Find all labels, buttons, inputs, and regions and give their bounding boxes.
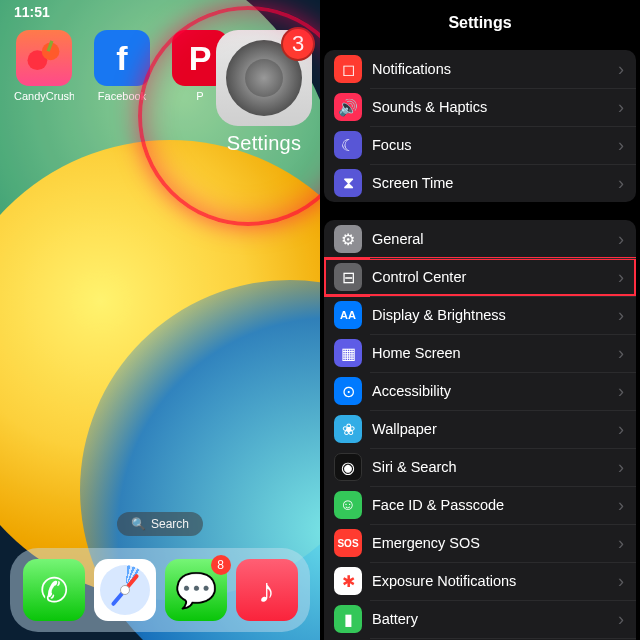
row-label: Accessibility — [372, 383, 618, 399]
chevron-right-icon: › — [618, 419, 624, 440]
settings-row-siri[interactable]: ◉Siri & Search› — [324, 448, 636, 486]
settings-icon: 3 — [216, 30, 312, 126]
row-label: Wallpaper — [372, 421, 618, 437]
messages-app[interactable]: 💬 8 — [165, 559, 227, 621]
search-icon: 🔍 — [131, 517, 146, 531]
settings-screen: Settings ◻︎Notifications›🔊Sounds & Hapti… — [320, 0, 640, 640]
row-label: Control Center — [372, 269, 618, 285]
settings-row-screentime[interactable]: ⧗Screen Time› — [324, 164, 636, 202]
app-label: Facebook — [92, 90, 152, 102]
row-label: Home Screen — [372, 345, 618, 361]
music-icon: ♪ — [258, 571, 275, 610]
chevron-right-icon: › — [618, 267, 624, 288]
home-screen: 11:51 CandyCrushSaga f Facebook P P 3 — [0, 0, 320, 640]
facebook-icon: f — [94, 30, 150, 86]
safari-app[interactable] — [94, 559, 156, 621]
row-label: Screen Time — [372, 175, 618, 191]
settings-row-sounds[interactable]: 🔊Sounds & Haptics› — [324, 88, 636, 126]
settings-group: ◻︎Notifications›🔊Sounds & Haptics›☾Focus… — [324, 50, 636, 202]
chevron-right-icon: › — [618, 97, 624, 118]
sos-icon: SOS — [334, 529, 362, 557]
row-label: Display & Brightness — [372, 307, 618, 323]
status-time: 11:51 — [14, 4, 50, 20]
exposure-icon: ✱ — [334, 567, 362, 595]
settings-app-callout[interactable]: 3 Settings — [214, 30, 314, 155]
messages-badge: 8 — [211, 555, 231, 575]
settings-row-homescreen[interactable]: ▦Home Screen› — [324, 334, 636, 372]
notifications-icon: ◻︎ — [334, 55, 362, 83]
siri-icon: ◉ — [334, 453, 362, 481]
battery-icon: ▮ — [334, 605, 362, 633]
phone-app[interactable]: ✆ — [23, 559, 85, 621]
settings-group: ⚙General›⊟Control Center›AADisplay & Bri… — [324, 220, 636, 640]
settings-row-focus[interactable]: ☾Focus› — [324, 126, 636, 164]
phone-icon: ✆ — [40, 570, 68, 610]
settings-row-sos[interactable]: SOSEmergency SOS› — [324, 524, 636, 562]
app-candycrush[interactable]: CandyCrushSaga — [14, 30, 74, 102]
settings-row-notifications[interactable]: ◻︎Notifications› — [324, 50, 636, 88]
settings-row-display[interactable]: AADisplay & Brightness› — [324, 296, 636, 334]
row-label: Notifications — [372, 61, 618, 77]
focus-icon: ☾ — [334, 131, 362, 159]
accessibility-icon: ⊙ — [334, 377, 362, 405]
chevron-right-icon: › — [618, 495, 624, 516]
faceid-icon: ☺ — [334, 491, 362, 519]
chevron-right-icon: › — [618, 609, 624, 630]
homescreen-icon: ▦ — [334, 339, 362, 367]
settings-row-exposure[interactable]: ✱Exposure Notifications› — [324, 562, 636, 600]
general-icon: ⚙ — [334, 225, 362, 253]
settings-row-battery[interactable]: ▮Battery› — [324, 600, 636, 638]
wallpaper-icon: ❀ — [334, 415, 362, 443]
app-label: CandyCrushSaga — [14, 90, 74, 102]
spotlight-search[interactable]: 🔍 Search — [117, 512, 203, 536]
row-label: Face ID & Passcode — [372, 497, 618, 513]
row-label: Emergency SOS — [372, 535, 618, 551]
messages-icon: 💬 — [175, 570, 217, 610]
screentime-icon: ⧗ — [334, 169, 362, 197]
row-label: Battery — [372, 611, 618, 627]
settings-row-faceid[interactable]: ☺Face ID & Passcode› — [324, 486, 636, 524]
chevron-right-icon: › — [618, 135, 624, 156]
settings-row-accessibility[interactable]: ⊙Accessibility› — [324, 372, 636, 410]
settings-row-general[interactable]: ⚙General› — [324, 220, 636, 258]
music-app[interactable]: ♪ — [236, 559, 298, 621]
settings-label: Settings — [214, 132, 314, 155]
row-label: Siri & Search — [372, 459, 618, 475]
chevron-right-icon: › — [618, 229, 624, 250]
page-title: Settings — [320, 0, 640, 50]
dock: ✆ 💬 8 ♪ — [10, 548, 310, 632]
candycrush-icon — [16, 30, 72, 86]
chevron-right-icon: › — [618, 59, 624, 80]
chevron-right-icon: › — [618, 457, 624, 478]
app-facebook[interactable]: f Facebook — [92, 30, 152, 102]
callout-step-badge: 3 — [281, 27, 315, 61]
chevron-right-icon: › — [618, 173, 624, 194]
row-label: Focus — [372, 137, 618, 153]
row-label: General — [372, 231, 618, 247]
chevron-right-icon: › — [618, 305, 624, 326]
chevron-right-icon: › — [618, 343, 624, 364]
settings-row-wallpaper[interactable]: ❀Wallpaper› — [324, 410, 636, 448]
control-center-icon: ⊟ — [334, 263, 362, 291]
row-label: Sounds & Haptics — [372, 99, 618, 115]
chevron-right-icon: › — [618, 381, 624, 402]
settings-row-control-center[interactable]: ⊟Control Center› — [324, 258, 636, 296]
chevron-right-icon: › — [618, 533, 624, 554]
sounds-icon: 🔊 — [334, 93, 362, 121]
row-label: Exposure Notifications — [372, 573, 618, 589]
chevron-right-icon: › — [618, 571, 624, 592]
search-label: Search — [151, 517, 189, 531]
display-icon: AA — [334, 301, 362, 329]
